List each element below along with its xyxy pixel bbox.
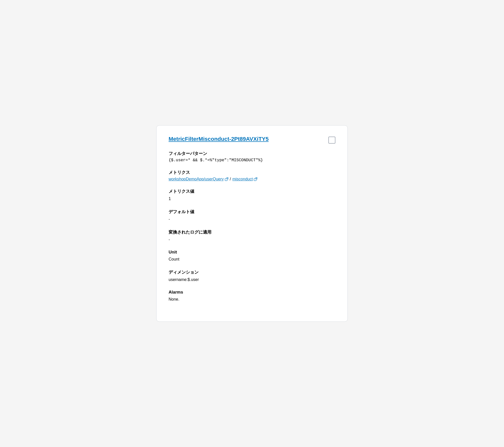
default-value: - — [169, 216, 335, 222]
external-link-icon-namespace — [225, 177, 228, 181]
converted-logs-section: 変換されたログに適用 - — [169, 229, 335, 243]
metrics-name-link[interactable]: misconduct — [232, 177, 257, 181]
unit-label: Unit — [169, 250, 335, 255]
metrics-namespace-link[interactable]: workshopDemoApp/userQuery — [169, 177, 228, 181]
alarms-value: None. — [169, 296, 335, 302]
alarms-label: Alarms — [169, 290, 335, 295]
card-title-link[interactable]: MetricFilterMisconduct-2Pt89AVXiTY5 — [169, 136, 269, 143]
filter-pattern-value: {$.user=* && $.*=%"type":"MISCONDUCT"%} — [169, 158, 335, 163]
metrics-label: メトリクス — [169, 170, 335, 175]
filter-pattern-label: フィルターパターン — [169, 151, 335, 156]
card-checkbox[interactable] — [328, 137, 335, 144]
unit-section: Unit Count — [169, 250, 335, 262]
metric-value-section: メトリクス値 1 — [169, 188, 335, 202]
dimension-value: username:$.user — [169, 277, 335, 283]
converted-logs-value: - — [169, 237, 335, 243]
filter-pattern-section: フィルターパターン {$.user=* && $.*=%"type":"MISC… — [169, 151, 335, 163]
dimension-section: ディメンション username:$.user — [169, 269, 335, 283]
svg-line-3 — [256, 178, 257, 179]
unit-value: Count — [169, 256, 335, 262]
svg-line-1 — [227, 178, 228, 179]
alarms-section: Alarms None. — [169, 290, 335, 302]
default-value-section: デフォルト値 - — [169, 209, 335, 222]
metric-value: 1 — [169, 196, 335, 202]
metrics-section: メトリクス workshopDemoApp/userQuery / miscon… — [169, 170, 335, 181]
metrics-separator: / — [230, 177, 231, 181]
metric-filter-card: MetricFilterMisconduct-2Pt89AVXiTY5 フィルタ… — [156, 125, 348, 322]
converted-logs-label: 変換されたログに適用 — [169, 229, 335, 235]
card-header: MetricFilterMisconduct-2Pt89AVXiTY5 — [169, 136, 335, 144]
default-value-label: デフォルト値 — [169, 209, 335, 215]
metric-value-label: メトリクス値 — [169, 188, 335, 194]
external-link-icon-metric — [254, 177, 257, 181]
metrics-row: workshopDemoApp/userQuery / misconduct — [169, 177, 335, 181]
dimension-label: ディメンション — [169, 269, 335, 275]
